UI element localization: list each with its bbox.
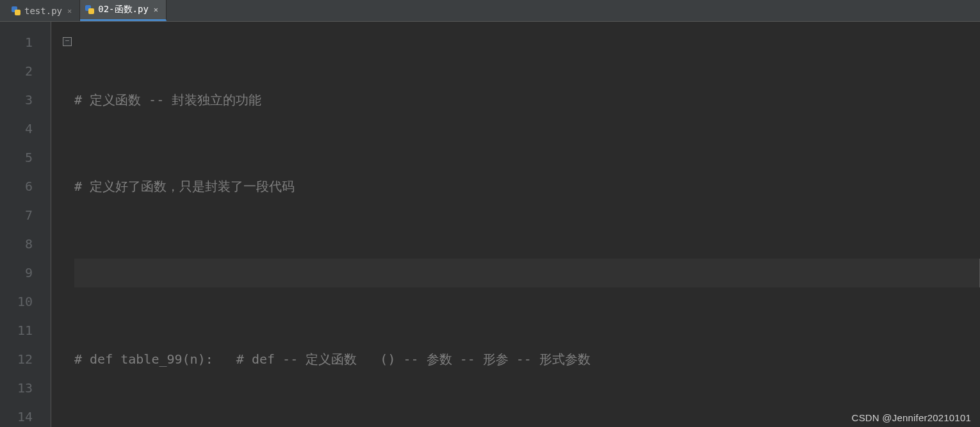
line-number: 14: [0, 403, 33, 427]
line-number: 5: [0, 143, 33, 172]
code-area[interactable]: # 定义函数 -- 封装独立的功能 # 定义好了函数，只是封装了一段代码 # d…: [51, 22, 980, 427]
line-number: 2: [0, 57, 33, 86]
close-icon[interactable]: ✕: [152, 5, 159, 14]
tab-test-py[interactable]: test.py ✕: [6, 0, 80, 21]
python-file-icon: [12, 6, 20, 15]
close-icon[interactable]: ✕: [66, 6, 73, 15]
code-editor[interactable]: 1 2 3 4 5 6 7 8 9 10 11 12 13 14 − # 定义函…: [0, 22, 980, 427]
line-number: 6: [0, 172, 33, 201]
line-number: 7: [0, 201, 33, 230]
tab-02-functions-py[interactable]: 02-函数.py ✕: [80, 0, 167, 21]
line-number: 4: [0, 115, 33, 143]
line-number: 9: [0, 259, 33, 287]
line-number: 3: [0, 86, 33, 115]
watermark-text: CSDN @Jennifer20210101: [852, 412, 971, 423]
line-number: 1: [0, 28, 33, 57]
editor-window: test.py ✕ 02-函数.py ✕ 1 2 3 4 5 6 7 8 9 1…: [0, 0, 980, 427]
tab-label: test.py: [24, 6, 62, 16]
line-number: 13: [0, 374, 33, 403]
line-number: 10: [0, 287, 33, 316]
code-line: # def table_99(n): # def -- 定义函数 () -- 参…: [74, 351, 591, 367]
code-line: # 定义好了函数，只是封装了一段代码: [74, 179, 295, 194]
line-number: 11: [0, 316, 33, 345]
code-line: # 定义函数 -- 封装独立的功能: [74, 92, 261, 108]
python-file-icon: [85, 5, 94, 14]
tab-label: 02-函数.py: [98, 4, 149, 15]
line-number: 12: [0, 345, 33, 374]
tab-bar: test.py ✕ 02-函数.py ✕: [0, 0, 980, 22]
line-number-gutter: 1 2 3 4 5 6 7 8 9 10 11 12 13 14: [0, 22, 51, 427]
line-number: 8: [0, 230, 33, 259]
